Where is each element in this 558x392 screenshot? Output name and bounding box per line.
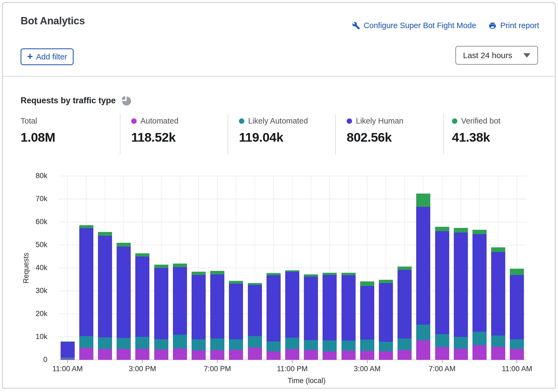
bar-segment-automated[interactable] — [210, 350, 224, 360]
bar-segment-likely-automated[interactable] — [491, 335, 505, 347]
bar-segment-likely-automated[interactable] — [304, 340, 318, 350]
bar-segment-likely-automated[interactable] — [117, 338, 131, 349]
bar-segment-likely-automated[interactable] — [192, 339, 206, 351]
bar-segment-verified-bot[interactable] — [360, 281, 374, 286]
bar-segment-automated[interactable] — [342, 351, 356, 360]
bar-segment-automated[interactable] — [192, 350, 206, 360]
add-filter-button[interactable]: + Add filter — [21, 48, 74, 65]
bar-segment-automated[interactable] — [154, 350, 168, 360]
bar-segment-likely-human[interactable] — [229, 284, 243, 339]
bar-segment-likely-human[interactable] — [173, 267, 187, 335]
bar-segment-verified-bot[interactable] — [285, 270, 299, 272]
bar-segment-likely-human[interactable] — [510, 275, 524, 340]
bar-segment-likely-automated[interactable] — [435, 334, 449, 347]
bar-segment-likely-human[interactable] — [416, 207, 430, 325]
stat-likely-automated[interactable]: Likely Automated119.04k — [239, 117, 328, 145]
bar-segment-verified-bot[interactable] — [229, 281, 243, 284]
time-range-select[interactable]: Last 24 hours — [455, 46, 538, 65]
bar-segment-verified-bot[interactable] — [379, 280, 393, 283]
bar-segment-verified-bot[interactable] — [491, 247, 505, 252]
bar-segment-likely-human[interactable] — [454, 232, 468, 337]
bar-segment-likely-automated[interactable] — [173, 335, 187, 348]
stat-automated[interactable]: Automated118.52k — [131, 117, 221, 145]
bar-segment-automated[interactable] — [454, 349, 468, 360]
bar-segment-automated[interactable] — [229, 350, 243, 360]
bar-segment-likely-automated[interactable] — [61, 357, 75, 359]
bar-segment-likely-automated[interactable] — [267, 341, 281, 351]
bar-segment-likely-automated[interactable] — [135, 337, 149, 349]
bar-segment-automated[interactable] — [173, 348, 187, 360]
bar-segment-verified-bot[interactable] — [472, 230, 487, 234]
bar-segment-likely-human[interactable] — [323, 275, 337, 340]
bar-segment-likely-human[interactable] — [192, 275, 206, 339]
bar-segment-likely-human[interactable] — [360, 286, 374, 340]
bar-segment-likely-human[interactable] — [491, 252, 505, 335]
bar-segment-likely-automated[interactable] — [379, 342, 393, 352]
bar-segment-likely-automated[interactable] — [98, 337, 112, 349]
bar-segment-automated[interactable] — [79, 348, 93, 360]
bar-segment-likely-human[interactable] — [398, 270, 412, 338]
bar-segment-likely-automated[interactable] — [229, 339, 243, 350]
bar-segment-likely-automated[interactable] — [472, 332, 487, 345]
bar-segment-automated[interactable] — [398, 350, 412, 360]
bar-segment-verified-bot[interactable] — [98, 232, 112, 236]
bar-segment-automated[interactable] — [510, 349, 524, 360]
bar-segment-likely-human[interactable] — [117, 247, 131, 338]
bar-segment-likely-human[interactable] — [98, 236, 112, 337]
bar-segment-verified-bot[interactable] — [117, 243, 131, 247]
bar-segment-likely-human[interactable] — [472, 234, 487, 332]
bar-segment-verified-bot[interactable] — [61, 341, 75, 342]
bar-segment-automated[interactable] — [472, 345, 487, 360]
bar-segment-likely-human[interactable] — [79, 228, 93, 336]
bar-segment-automated[interactable] — [135, 349, 149, 360]
bar-segment-verified-bot[interactable] — [398, 267, 412, 270]
bar-segment-verified-bot[interactable] — [323, 273, 337, 275]
bar-segment-verified-bot[interactable] — [135, 253, 149, 257]
bar-segment-automated[interactable] — [117, 349, 131, 360]
bar-segment-verified-bot[interactable] — [342, 273, 356, 275]
bar-segment-automated[interactable] — [416, 340, 430, 360]
bar-segment-likely-human[interactable] — [379, 283, 393, 342]
bar-segment-automated[interactable] — [98, 349, 112, 360]
bar-segment-likely-human[interactable] — [267, 275, 281, 341]
bar-segment-likely-automated[interactable] — [79, 336, 93, 348]
stat-total[interactable]: Total1.08M — [21, 117, 110, 145]
bar-segment-verified-bot[interactable] — [510, 269, 524, 275]
bar-segment-likely-automated[interactable] — [210, 338, 224, 350]
bar-segment-verified-bot[interactable] — [267, 273, 281, 275]
bar-segment-likely-human[interactable] — [135, 257, 149, 337]
bar-segment-likely-human[interactable] — [342, 275, 356, 340]
bar-segment-automated[interactable] — [248, 348, 262, 360]
bar-segment-verified-bot[interactable] — [173, 264, 187, 267]
bar-segment-likely-automated[interactable] — [154, 339, 168, 349]
bar-segment-likely-automated[interactable] — [342, 341, 356, 351]
print-report-link[interactable]: Print report — [488, 21, 539, 30]
bar-segment-likely-automated[interactable] — [285, 338, 299, 349]
bar-segment-likely-human[interactable] — [435, 231, 449, 334]
bar-segment-automated[interactable] — [360, 351, 374, 360]
bar-segment-likely-automated[interactable] — [398, 338, 412, 350]
bar-segment-likely-human[interactable] — [210, 274, 224, 338]
bar-segment-automated[interactable] — [267, 351, 281, 360]
bar-segment-verified-bot[interactable] — [304, 274, 318, 277]
configure-super-bot-fight-mode-link[interactable]: Configure Super Bot Fight Mode — [352, 21, 476, 30]
bar-segment-likely-human[interactable] — [248, 285, 262, 336]
bar-segment-verified-bot[interactable] — [248, 283, 262, 285]
bar-segment-verified-bot[interactable] — [192, 272, 206, 275]
bar-segment-automated[interactable] — [435, 347, 449, 360]
bar-segment-verified-bot[interactable] — [454, 228, 468, 232]
bar-segment-verified-bot[interactable] — [210, 271, 224, 274]
bar-segment-likely-automated[interactable] — [510, 339, 524, 349]
bar-segment-likely-automated[interactable] — [360, 340, 374, 351]
bar-segment-automated[interactable] — [323, 351, 337, 360]
stat-verified-bot[interactable]: Verified bot41.38k — [452, 117, 541, 145]
bar-segment-verified-bot[interactable] — [435, 227, 449, 231]
bar-segment-likely-automated[interactable] — [454, 337, 468, 349]
bar-segment-likely-human[interactable] — [61, 342, 75, 357]
bar-segment-verified-bot[interactable] — [79, 225, 93, 228]
bar-segment-automated[interactable] — [304, 350, 318, 360]
bar-segment-verified-bot[interactable] — [416, 194, 430, 207]
bar-segment-verified-bot[interactable] — [154, 265, 168, 268]
bar-segment-likely-automated[interactable] — [248, 336, 262, 348]
bar-segment-automated[interactable] — [379, 351, 393, 360]
